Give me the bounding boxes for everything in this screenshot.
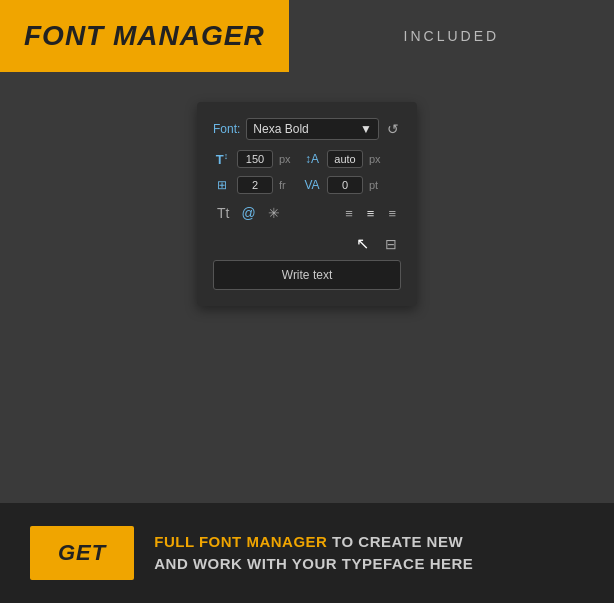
column-input[interactable] — [237, 176, 273, 194]
font-select-dropdown[interactable]: Nexa Bold ▼ — [246, 118, 379, 140]
header: FONT MANAGER INCLUDED — [0, 0, 614, 72]
align-center-button[interactable]: ≡ — [362, 203, 380, 224]
font-row: Font: Nexa Bold ▼ ↺ — [213, 118, 401, 140]
toolbar-row: Tt @ ✳ ≡ ≡ ≡ — [213, 202, 401, 224]
text-transform-button[interactable]: Tt — [213, 202, 233, 224]
size-row: T↕ px ↕A px — [213, 150, 401, 168]
font-manager-panel: Font: Nexa Bold ▼ ↺ T↕ px ↕A px ⊞ f — [197, 102, 417, 306]
tracking-icon: VA — [303, 178, 321, 192]
cursor-row: ⊟ ↖ — [213, 232, 401, 256]
column-unit: fr — [279, 179, 293, 191]
write-text-button[interactable]: Write text — [213, 260, 401, 290]
cursor-pointer-icon: ↖ — [356, 234, 369, 253]
bottom-section: GET FULL FONT MANAGER TO CREATE NEWAND W… — [0, 503, 614, 603]
description-highlight: FULL FONT MANAGER — [154, 533, 327, 550]
line-height-icon: ↕A — [303, 152, 321, 166]
content-area: Font: Nexa Bold ▼ ↺ T↕ px ↕A px ⊞ f — [0, 72, 614, 503]
get-button[interactable]: GET — [30, 526, 134, 580]
extra-options-button[interactable]: ⊟ — [381, 233, 401, 255]
main-container: FONT MANAGER INCLUDED Font: Nexa Bold ▼ … — [0, 0, 614, 603]
font-name-display: Nexa Bold — [253, 122, 308, 136]
link-button[interactable]: @ — [237, 202, 259, 224]
app-title: FONT MANAGER — [24, 20, 265, 52]
asterisk-button[interactable]: ✳ — [264, 202, 284, 224]
refresh-button[interactable]: ↺ — [385, 119, 401, 139]
columns-icon: ⊞ — [213, 178, 231, 192]
font-size-icon: T↕ — [213, 151, 231, 167]
bottom-description: FULL FONT MANAGER TO CREATE NEWAND WORK … — [154, 531, 473, 576]
line-height-input[interactable] — [327, 150, 363, 168]
tracking-input[interactable] — [327, 176, 363, 194]
align-right-button[interactable]: ≡ — [383, 203, 401, 224]
font-label: Font: — [213, 122, 240, 136]
line-height-unit: px — [369, 153, 383, 165]
header-title-block: FONT MANAGER — [0, 0, 289, 72]
dropdown-arrow-icon: ▼ — [360, 122, 372, 136]
column-row: ⊞ fr VA pt — [213, 176, 401, 194]
tracking-unit: pt — [369, 179, 383, 191]
header-badge: INCLUDED — [289, 0, 614, 72]
badge-label: INCLUDED — [404, 28, 500, 44]
font-size-unit: px — [279, 153, 293, 165]
font-size-input[interactable] — [237, 150, 273, 168]
align-left-button[interactable]: ≡ — [340, 203, 358, 224]
